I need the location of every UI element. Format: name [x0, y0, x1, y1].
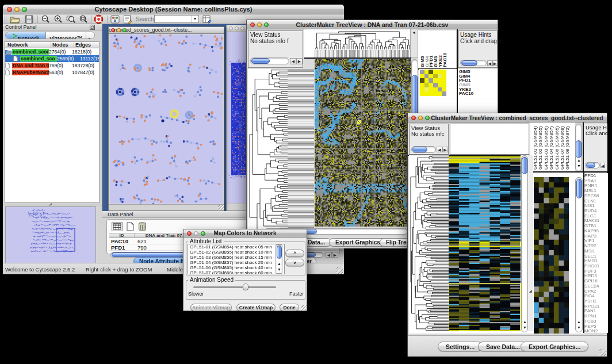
tab-overflow[interactable]: ▶ [86, 32, 94, 39]
column-header-id[interactable]: ID [109, 233, 135, 237]
summary-matrix[interactable] [420, 70, 446, 96]
scrollbar-thumb[interactable] [251, 58, 270, 64]
resize-grip[interactable] [599, 349, 606, 356]
zoom-fit-icon[interactable] [79, 15, 88, 24]
network-table-row[interactable]: combined_scores_ 2764(0) 16218(0) [5, 48, 99, 55]
new-attribute-icon[interactable] [125, 222, 136, 231]
correlation-heatmap[interactable] [315, 59, 411, 227]
split-handle-icon[interactable]: ◢ [529, 289, 532, 293]
zoom-vscrollbar[interactable]: ▲ ▼ [575, 177, 583, 332]
column-dendrogram-area[interactable] [450, 124, 529, 155]
treeview-button[interactable]: Settings... [438, 342, 483, 351]
delete-attribute-icon[interactable] [137, 222, 148, 231]
column-header-network[interactable]: Network [5, 42, 51, 48]
zoom-button[interactable] [425, 116, 430, 120]
scroll-left-button[interactable]: ◀ [326, 252, 332, 258]
heatmap-vscrollbar[interactable]: ▲ ▼ [521, 155, 528, 332]
network-view-window-1[interactable]: combined_scores_good.txt--cluste... [108, 26, 224, 211]
open-file-icon[interactable] [10, 15, 20, 24]
close-button[interactable] [411, 116, 416, 120]
scrollbar-thumb[interactable] [586, 163, 595, 168]
scrollbar-thumb[interactable] [412, 147, 427, 152]
view-status-scrollbar[interactable] [250, 58, 289, 64]
main-title-bar[interactable]: Cytoscape Desktop (Session Name: collins… [3, 5, 344, 14]
attribute-list-item[interactable]: GPL51-03 (GSM856) heat shock 15 min [188, 255, 284, 260]
scroll-up-icon[interactable]: ▲ [577, 319, 581, 325]
split-handle[interactable]: ◢ [528, 155, 533, 331]
scroll-up-icon[interactable]: ▲ [277, 261, 281, 267]
close-button[interactable] [111, 28, 115, 32]
attribute-list[interactable]: GPL51-01 (GSM854) heat shock 05 minGPL51… [188, 244, 285, 274]
resize-grip[interactable] [336, 267, 343, 274]
scroll-right-button[interactable]: ▶ [492, 60, 498, 66]
scrollbar-thumb[interactable] [277, 246, 282, 259]
scrollbar-thumb[interactable] [522, 157, 527, 174]
scrollbar-thumb[interactable] [461, 60, 477, 66]
treeview-2-title-bar[interactable]: ClusterMaker TreeView : combined_scores_… [408, 113, 607, 122]
column-header-edges[interactable]: Edges [74, 42, 99, 48]
scroll-left-button[interactable]: ◀ [487, 60, 492, 66]
view-status-scrollbar[interactable] [411, 146, 436, 153]
network-table-row[interactable]: combined_sco 2569(6) 13112(15) [5, 55, 99, 62]
search-dropdown-icon[interactable]: ▼ [192, 16, 198, 22]
column-header-nodes[interactable]: Nodes [51, 42, 74, 48]
row-dendrogram-area[interactable] [248, 69, 288, 237]
resize-grip[interactable] [218, 205, 224, 210]
scrollbar-thumb[interactable] [576, 140, 582, 158]
column-dendrogram-area[interactable] [304, 29, 411, 58]
attribute-list-item[interactable]: GPL51-02 (GSM855) heat shock 10 min [188, 250, 284, 255]
attribute-list-item[interactable]: GPL51-07 (GSM868) heat shock 60 min [188, 270, 284, 274]
labels-vscrollbar[interactable]: ▲ ▼ [575, 124, 582, 171]
attribute-list-scrollbar[interactable]: ▲ ▼ [276, 244, 282, 274]
usage-hints-scrollbar[interactable] [460, 60, 487, 66]
scroll-left-button[interactable]: ◀ [437, 147, 442, 152]
scrollbar-thumb[interactable] [576, 179, 582, 198]
animation-speed-slider[interactable] [193, 286, 276, 288]
zoom-selected-icon[interactable] [66, 15, 76, 24]
vizmapper-icon[interactable] [110, 15, 120, 24]
move-up-button[interactable]: ^ [285, 250, 304, 257]
attribute-browser-icon[interactable] [202, 15, 212, 24]
help-lifering-icon[interactable] [94, 14, 104, 24]
close-button[interactable] [229, 26, 233, 30]
zoom-heatmap[interactable] [534, 177, 569, 334]
tab-network[interactable]: Network [6, 32, 46, 39]
dialog-button[interactable]: Animate Vizmap [190, 304, 232, 311]
zoom-out-icon[interactable] [41, 15, 50, 24]
row-dendrogram-area[interactable] [409, 155, 449, 331]
network-overview-panel[interactable] [5, 206, 96, 263]
scroll-up-icon[interactable]: ▲ [523, 319, 527, 325]
attribute-table-icon[interactable] [112, 222, 123, 231]
scroll-down-icon[interactable]: ▼ [277, 267, 281, 273]
dialog-title-bar[interactable]: Map Colors to Network [183, 229, 307, 237]
expression-heatmap[interactable] [449, 155, 521, 331]
scroll-left-icon[interactable]: ◄ [412, 30, 416, 36]
search-input[interactable]: ▼ [154, 15, 199, 23]
minimize-button[interactable] [235, 26, 239, 30]
tab-vizmapper[interactable]: VizMapper™ [46, 32, 86, 39]
network-table-row[interactable]: DNA and Tran 07 769(0) 183728(0) [5, 62, 99, 69]
zoom-button[interactable] [123, 28, 127, 32]
network-1-title-bar[interactable]: combined_scores_good.txt--cluste... [109, 27, 224, 34]
float-panel-icon[interactable] [90, 25, 95, 30]
dialog-button[interactable]: Create Vizmap [236, 304, 276, 311]
scroll-right-button[interactable]: ▶ [332, 252, 338, 258]
treeview-button[interactable]: Export Graphics... [521, 342, 588, 351]
column-dendrogram-canvas[interactable] [315, 30, 411, 49]
treeview-1-title-bar[interactable]: ClusterMaker TreeView : DNA and Tran 07-… [247, 20, 498, 29]
slider-thumb[interactable] [243, 283, 248, 290]
minimize-button[interactable] [418, 116, 423, 120]
attribute-list-item[interactable]: GPL51-01 (GSM854) heat shock 05 min [188, 244, 284, 250]
minimize-button[interactable] [117, 28, 121, 32]
network-table-row[interactable]: RNAPuberNov2+! 563(0) 107847(0) [5, 69, 99, 76]
attribute-list-item[interactable]: GPL51-06 (GSM865) heat shock 40 min [188, 265, 284, 270]
zoom-in-icon[interactable] [53, 15, 63, 24]
scroll-left-button[interactable]: ◀ [290, 58, 296, 64]
save-session-icon[interactable] [25, 15, 33, 24]
attribute-list-item[interactable]: GPL51-04 (GSM857) heat shock 20 min [188, 260, 284, 265]
usage-hints-scrollbar[interactable] [585, 162, 600, 168]
resize-grip[interactable] [301, 305, 307, 311]
move-down-button[interactable]: v [285, 259, 304, 266]
scroll-right-button[interactable]: ▶ [442, 147, 448, 152]
scroll-left-button[interactable]: ◀ [600, 163, 605, 168]
